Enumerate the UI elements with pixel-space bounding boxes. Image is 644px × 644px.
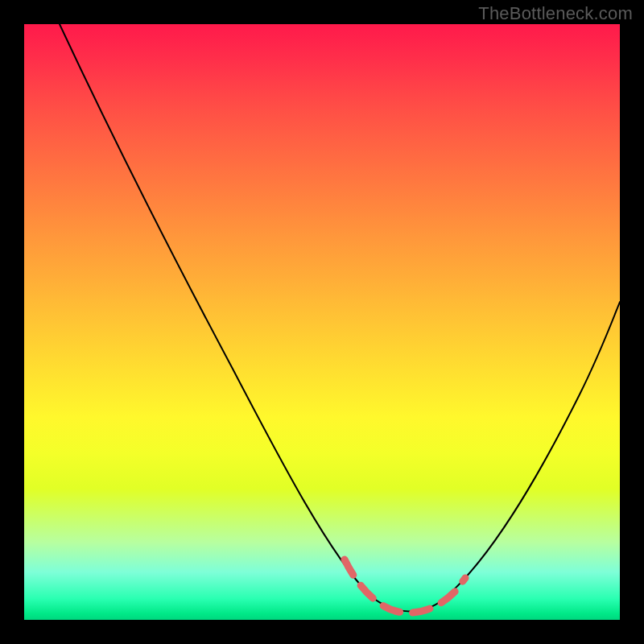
plot-area xyxy=(24,24,620,620)
chart-svg xyxy=(24,24,620,620)
highlight-dash xyxy=(345,559,465,613)
data-curve xyxy=(60,24,620,611)
watermark-text: TheBottleneck.com xyxy=(478,3,633,24)
chart-container: TheBottleneck.com xyxy=(0,0,644,644)
